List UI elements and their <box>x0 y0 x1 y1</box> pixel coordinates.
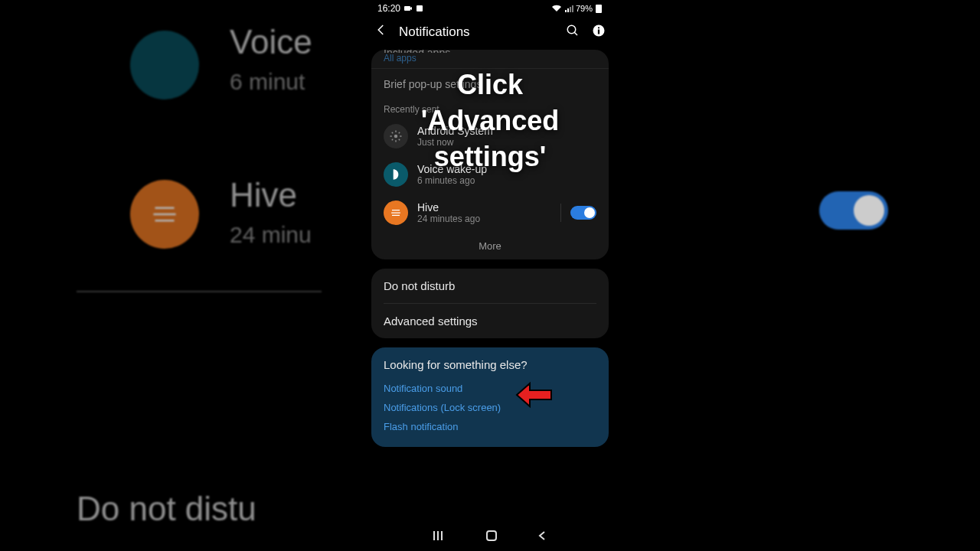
app-name: Hive <box>417 201 551 214</box>
hive-toggle[interactable] <box>570 206 596 220</box>
svg-rect-2 <box>596 5 602 13</box>
included-apps-value: All apps <box>384 53 596 64</box>
svg-rect-0 <box>404 6 410 11</box>
page-title: Notifications <box>399 24 555 40</box>
bg-hive-label: Hive <box>230 176 297 214</box>
link-flash[interactable]: Flash notification <box>384 417 596 436</box>
bg-hive-icon <box>130 180 199 249</box>
nav-home-icon[interactable] <box>485 530 498 545</box>
bg-voice-time: 6 minut <box>230 69 305 95</box>
nav-back-icon[interactable] <box>537 530 547 544</box>
app-time: 24 minutes ago <box>417 214 551 224</box>
bg-dnd-label: Do not distu <box>77 490 256 528</box>
info-icon[interactable] <box>592 24 606 41</box>
included-apps-item[interactable]: Included apps All apps <box>371 50 609 68</box>
status-battery: 79% <box>576 4 593 13</box>
signal-icon <box>564 5 573 12</box>
bg-toggle <box>819 191 888 230</box>
settings-card: Do not disturb Advanced settings <box>371 269 609 338</box>
arrow-annotation <box>514 381 553 409</box>
svg-point-7 <box>394 135 398 139</box>
header: Notifications <box>364 15 616 47</box>
hive-icon <box>384 201 408 225</box>
battery-icon <box>595 4 603 13</box>
gear-icon <box>384 124 408 148</box>
bg-hive-time: 24 minu <box>230 222 312 248</box>
camera-icon <box>403 5 413 12</box>
svg-rect-8 <box>487 531 496 540</box>
instruction-overlay: Click 'Advanced settings' <box>421 67 560 174</box>
status-bar: 16:20 79% <box>364 0 616 15</box>
record-icon <box>416 5 423 12</box>
bixby-icon <box>384 162 408 187</box>
suggestions-card: Looking for something else? Notification… <box>371 347 609 447</box>
bg-bixby-icon <box>130 31 199 99</box>
app-time: 6 minutes ago <box>417 175 596 186</box>
nav-recents-icon[interactable] <box>433 530 447 544</box>
svg-point-5 <box>598 27 599 28</box>
back-icon[interactable] <box>374 23 388 41</box>
advanced-settings-item[interactable]: Advanced settings <box>371 304 609 338</box>
svg-rect-6 <box>598 29 599 34</box>
svg-rect-1 <box>416 5 423 11</box>
search-icon[interactable] <box>566 24 580 41</box>
dnd-item[interactable]: Do not disturb <box>371 269 609 303</box>
link-notification-sound[interactable]: Notification sound <box>384 379 596 398</box>
app-row-hive[interactable]: Hive 24 minutes ago <box>371 194 609 233</box>
svg-point-3 <box>567 25 576 34</box>
wifi-icon <box>551 5 562 12</box>
status-time: 16:20 <box>377 3 400 14</box>
bg-voice-label: Voice <box>230 23 312 61</box>
suggestions-title: Looking for something else? <box>384 358 596 371</box>
nav-bar <box>364 523 616 551</box>
link-lock-screen[interactable]: Notifications (Lock screen) <box>384 398 596 417</box>
more-button[interactable]: More <box>371 233 609 259</box>
